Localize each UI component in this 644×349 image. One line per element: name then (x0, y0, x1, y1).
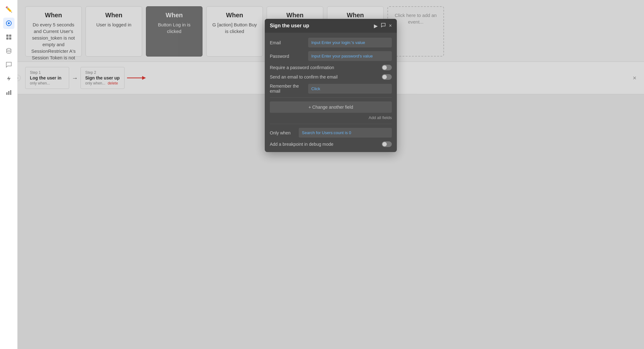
dialog-header: Sign the user up ▶ × (265, 19, 397, 33)
dialog-body: Email Input Enter your login:'s value Pa… (265, 33, 397, 152)
sign-up-dialog: Sign the user up ▶ × Email Input Enter (265, 19, 397, 152)
divider-1 (270, 97, 392, 98)
svg-rect-4 (6, 37, 8, 40)
grid-icon[interactable] (3, 31, 14, 43)
require-password-row: Require a password confirmation (270, 65, 392, 70)
dialog-overlay: Sign the user up ▶ × Email Input Enter (18, 0, 644, 349)
divider-2 (270, 124, 392, 124)
email-row: Email Input Enter your login:'s value (270, 38, 392, 47)
dialog-close-icon[interactable]: × (389, 23, 392, 29)
require-password-toggle[interactable] (382, 65, 392, 70)
svg-rect-5 (9, 37, 11, 40)
require-password-label: Require a password confirmation (270, 65, 378, 70)
breakpoint-toggle[interactable] (382, 141, 392, 147)
add-all-fields-link[interactable]: Add all fields (270, 115, 392, 120)
remember-email-label: Remember the email (270, 84, 304, 94)
breakpoint-label: Add a breakpoint in debug mode (270, 142, 378, 147)
edit-icon[interactable]: ✏️ (3, 4, 14, 15)
play-icon[interactable]: ▶ (374, 23, 378, 29)
database-icon[interactable] (3, 45, 14, 57)
only-when-label: Only when (270, 130, 295, 135)
flow-icon[interactable] (3, 18, 14, 29)
only-when-value[interactable]: Search for Users:count is 0 (299, 128, 392, 138)
send-email-label: Send an email to confirm the email (270, 74, 378, 79)
sidebar: ✏️ (0, 0, 18, 349)
main-content: When Do every 5 seconds and Current User… (18, 0, 644, 349)
email-input[interactable]: Input Enter your login:'s value (308, 38, 392, 47)
dialog-title: Sign the user up (270, 23, 309, 29)
email-label: Email (270, 40, 304, 45)
change-field-button[interactable]: + Change another field (270, 101, 392, 113)
remember-email-row: Remember the email Click (270, 84, 392, 94)
svg-rect-3 (9, 35, 11, 37)
chat-icon[interactable] (3, 59, 14, 70)
svg-point-1 (8, 22, 10, 24)
svg-point-6 (7, 48, 11, 50)
only-when-row: Only when Search for Users:count is 0 (270, 128, 392, 138)
password-label: Password (270, 54, 304, 59)
chart-icon[interactable] (3, 87, 14, 98)
svg-rect-8 (8, 91, 9, 95)
dialog-header-icons: ▶ × (374, 23, 392, 29)
lightning-icon[interactable] (3, 73, 14, 84)
svg-rect-2 (6, 35, 8, 37)
send-email-toggle[interactable] (382, 74, 392, 80)
password-input[interactable]: Input Enter your password's value (308, 51, 392, 61)
svg-rect-9 (10, 90, 11, 95)
password-row: Password Input Enter your password's val… (270, 51, 392, 61)
send-email-row: Send an email to confirm the email (270, 74, 392, 80)
comment-icon[interactable] (381, 23, 386, 29)
svg-rect-7 (6, 92, 8, 95)
remember-email-input[interactable]: Click (308, 84, 392, 94)
breakpoint-row: Add a breakpoint in debug mode (270, 141, 392, 147)
